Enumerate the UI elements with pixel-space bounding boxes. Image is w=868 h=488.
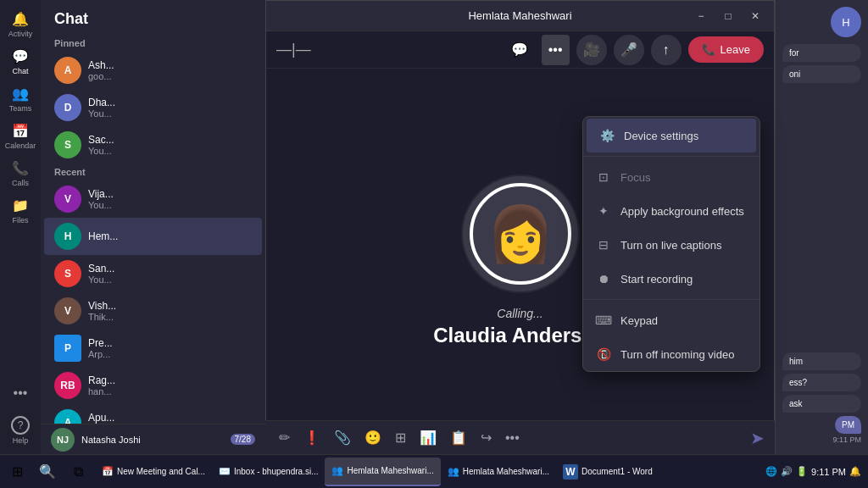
chat-item-ash[interactable]: A Ash... goo... [44, 52, 262, 89]
avatar-sac: S [54, 131, 81, 158]
taskbar-app-teams1[interactable]: 👥 Hemlata Maheshwari... [325, 458, 440, 486]
meeting-titlebar: Hemlata Maheshwari − □ ✕ [266, 1, 774, 31]
chat-preview-dha: You... [88, 108, 252, 119]
right-msg-pm: PM [835, 416, 861, 434]
send-button[interactable]: ➤ [750, 428, 765, 448]
sidebar-item-calendar[interactable]: 📅 Calendar [3, 119, 37, 152]
more-chat-button[interactable]: ••• [502, 427, 523, 449]
taskbar-left: ⊞ 🔍 ⧉ [0, 458, 95, 485]
sidebar-item-calls[interactable]: 📞 Calls [3, 156, 37, 190]
teams-sidebar: 🔔 Activity 💬 Chat 👥 Teams 📅 Calendar 📞 C… [0, 0, 41, 454]
chat-item-vish[interactable]: V Vish... Thik... [44, 292, 262, 330]
dropdown-menu: ⚙️ Device settings ⊡ Focus ✦ Apply backg… [582, 116, 760, 372]
captions-icon: ⊟ [595, 236, 612, 253]
chat-preview-rag: han... [88, 386, 252, 396]
chat-item-san[interactable]: S San... You... [44, 255, 262, 292]
chat-panel-header: Chat [41, 0, 265, 35]
search-button[interactable]: 🔍 [34, 458, 61, 485]
avatar-hem: H [54, 223, 81, 250]
chat-toggle-button[interactable]: 💬 [504, 35, 535, 65]
taskbar-app-word[interactable]: W Document1 - Word [556, 458, 659, 486]
sidebar-item-chat[interactable]: 💬 Chat [3, 44, 37, 78]
menu-item-captions[interactable]: ⊟ Turn on live captions [583, 228, 760, 262]
battery-icon: 🔋 [796, 466, 808, 477]
menu-item-incoming-video[interactable]: 📵 Turn off incoming video [583, 337, 760, 371]
audio-indicator: —|— [276, 41, 311, 58]
chat-item-pre[interactable]: P Pre... Arp... [44, 330, 262, 367]
task-view-button[interactable]: ⧉ [64, 458, 92, 485]
chat-preview-pre: Arp... [88, 349, 252, 359]
sidebar-label-chat: Chat [12, 67, 28, 75]
important-button[interactable]: ❗ [300, 426, 324, 449]
more-options-button[interactable]: ••• [542, 35, 570, 65]
taskbar: ⊞ 🔍 ⧉ 📅 New Meeting and Cal... ✉️ Inbox … [0, 454, 868, 488]
chat-name-san: San... [88, 263, 252, 274]
chat-info-sac: Sac... You... [88, 134, 252, 156]
menu-label-video: Turn off incoming video [620, 348, 734, 361]
sidebar-label-activity: Activity [8, 30, 33, 38]
background-icon: ✦ [595, 202, 612, 219]
chat-item-dha[interactable]: D Dha... You... [44, 89, 262, 126]
leave-button[interactable]: 📞 Leave [688, 36, 764, 63]
sidebar-item-activity[interactable]: 🔔 Activity [3, 7, 37, 41]
menu-item-keypad[interactable]: ⌨ Keypad [583, 303, 760, 337]
avatar-container: 👩 [461, 175, 580, 293]
taskbar-app-calendar[interactable]: 📅 New Meeting and Cal... [95, 458, 212, 486]
format-button[interactable]: ✏ [275, 426, 293, 449]
chat-item-rag[interactable]: RB Rag... han... [44, 367, 262, 404]
sidebar-item-files[interactable]: 📁 Files [3, 193, 37, 227]
emoji-button[interactable]: 🙂 [361, 426, 385, 449]
avatar-pre: P [54, 335, 81, 362]
maximize-button[interactable]: □ [716, 4, 740, 28]
meeting-title: Hemlata Maheshwari [468, 9, 571, 22]
taskbar-right: 🌐 🔊 🔋 9:11 PM 🔔 [759, 466, 868, 477]
chat-name-pre: Pre... [88, 337, 252, 349]
chat-item-vija[interactable]: V Vija... You... [44, 180, 262, 218]
right-user-avatar: H [831, 7, 861, 37]
minimize-button[interactable]: − [689, 4, 713, 28]
chat-name-ash: Ash... [88, 59, 252, 71]
sidebar-item-more[interactable]: ••• [3, 376, 37, 410]
chat-bottom-info: Natasha Joshi [81, 435, 224, 445]
right-msg-oni: oni [782, 65, 861, 83]
chat-item-sac[interactable]: S Sac... You... [44, 126, 262, 164]
avatar-vija: V [54, 186, 81, 213]
schedule-button[interactable]: 📋 [447, 426, 470, 449]
chat-preview-san: You... [88, 274, 252, 285]
sidebar-item-help[interactable]: ? Help [3, 413, 37, 447]
teams-icon: 👥 [11, 84, 30, 103]
loop-button[interactable]: ↪ [477, 426, 495, 449]
sidebar-label-files: Files [12, 216, 28, 225]
chat-preview-ash: goo... [88, 71, 252, 81]
sidebar-item-teams[interactable]: 👥 Teams [3, 81, 37, 115]
menu-item-focus[interactable]: ⊡ Focus [583, 160, 760, 194]
word-icon: W [563, 464, 578, 480]
sidebar-label-calendar: Calendar [5, 141, 36, 150]
attach-button[interactable]: 📎 [331, 426, 354, 449]
menu-item-recording[interactable]: ⏺ Start recording [583, 262, 760, 296]
sidebar-label-calls: Calls [12, 179, 29, 187]
mic-button[interactable]: 🎤 [614, 35, 644, 65]
right-msg-ess: ess? [782, 374, 861, 391]
calls-icon: 📞 [11, 158, 30, 177]
taskbar-app-teams2[interactable]: 👥 Hemlata Maheshwari... [441, 458, 556, 486]
menu-label-recording: Start recording [620, 273, 693, 286]
chat-item-hem[interactable]: H Hem... [44, 218, 262, 255]
gif-button[interactable]: ⊞ [392, 426, 409, 449]
close-button[interactable]: ✕ [743, 4, 767, 28]
sticker-button[interactable]: 📊 [416, 426, 440, 449]
chat-bottom-name: Natasha Joshi [81, 435, 141, 445]
right-msg-for: for [782, 44, 861, 62]
menu-item-background[interactable]: ✦ Apply background effects [583, 194, 760, 228]
avatar-san: S [54, 260, 81, 287]
menu-item-device-settings[interactable]: ⚙️ Device settings [587, 119, 756, 152]
chat-name-sac: Sac... [88, 134, 252, 146]
start-button[interactable]: ⊞ [3, 458, 31, 485]
caller-avatar: 👩 [470, 183, 571, 285]
video-button[interactable]: 🎥 [576, 35, 607, 65]
chat-info-dha: Dha... You... [88, 97, 252, 119]
share-button[interactable]: ↑ [651, 35, 682, 65]
taskbar-app-inbox[interactable]: ✉️ Inbox - bhupendra.si... [212, 458, 326, 486]
calendar-app-icon: 📅 [102, 466, 114, 477]
meeting-top-toolbar: —|— 💬 ••• 🎥 🎤 ↑ 📞 Leave [266, 31, 774, 69]
